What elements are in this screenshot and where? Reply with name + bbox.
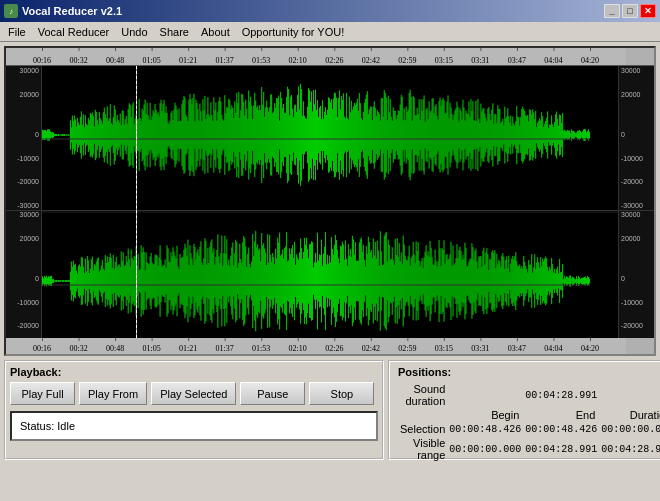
play-from-button[interactable]: Play From — [79, 382, 147, 405]
positions-panel: Positions: Sound duration 00:04:28.991 B… — [388, 360, 660, 460]
col-begin: Begin — [447, 408, 523, 422]
play-full-button[interactable]: Play Full — [10, 382, 75, 405]
title-bar: ♪ Vocal Reducer v2.1 _ □ ✕ — [0, 0, 660, 22]
menu-file[interactable]: File — [2, 24, 32, 40]
selection-duration: 00:00:00.000 — [599, 422, 660, 436]
menu-opportunity[interactable]: Opportunity for YOU! — [236, 24, 351, 40]
window-content: 5 30000200000-10000-20000-30000 30000200… — [0, 42, 660, 501]
playback-panel: Playback: Play Full Play From Play Selec… — [4, 360, 384, 460]
col-duration: Duration — [599, 408, 660, 422]
selection-end: 00:00:48.426 — [523, 422, 599, 436]
visible-range-duration: 00:04:28.991 — [599, 436, 660, 462]
bottom-area: Playback: Play Full Play From Play Selec… — [4, 360, 656, 460]
positions-table: Sound duration 00:04:28.991 Begin End Du… — [398, 382, 660, 462]
visible-range-label: Visible range — [398, 436, 447, 462]
sound-duration-label: Sound duration — [398, 382, 447, 408]
play-selected-button[interactable]: Play Selected — [151, 382, 236, 405]
menu-vocal-reducer[interactable]: Vocal Reducer — [32, 24, 116, 40]
visible-range-end: 00:04:28.991 — [523, 436, 599, 462]
status-text: Status: Idle — [20, 420, 75, 432]
close-button[interactable]: ✕ — [640, 4, 656, 18]
waveform-container[interactable]: 5 30000200000-10000-20000-30000 30000200… — [4, 46, 656, 356]
playback-label: Playback: — [10, 366, 378, 378]
menu-about[interactable]: About — [195, 24, 236, 40]
menu-share[interactable]: Share — [154, 24, 195, 40]
menu-bar: File Vocal Reducer Undo Share About Oppo… — [0, 22, 660, 42]
status-box: Status: Idle — [10, 411, 378, 441]
menu-undo[interactable]: Undo — [115, 24, 153, 40]
playback-buttons: Play Full Play From Play Selected Pause … — [10, 382, 378, 405]
maximize-button[interactable]: □ — [622, 4, 638, 18]
window-controls: _ □ ✕ — [604, 4, 656, 18]
selection-label: Selection — [398, 422, 447, 436]
positions-label: Positions: — [398, 366, 660, 378]
window-title: Vocal Reducer v2.1 — [22, 5, 122, 17]
sound-duration-value: 00:04:28.991 — [447, 382, 660, 408]
pause-button[interactable]: Pause — [240, 382, 305, 405]
minimize-button[interactable]: _ — [604, 4, 620, 18]
app-icon: ♪ — [4, 4, 18, 18]
visible-range-begin: 00:00:00.000 — [447, 436, 523, 462]
selection-begin: 00:00:48.426 — [447, 422, 523, 436]
stop-button[interactable]: Stop — [309, 382, 374, 405]
col-end: End — [523, 408, 599, 422]
title-bar-left: ♪ Vocal Reducer v2.1 — [4, 4, 122, 18]
